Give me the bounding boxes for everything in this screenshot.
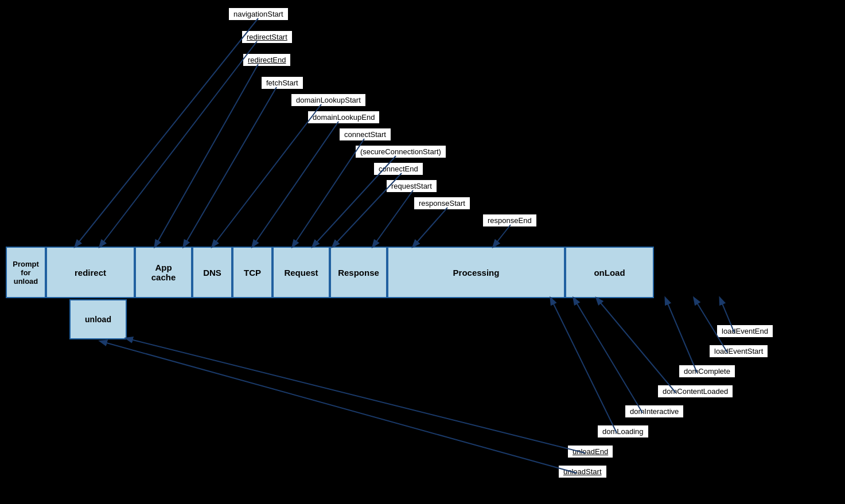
arrow-dominteractive <box>574 298 642 413</box>
label-domloading: domLoading <box>597 424 649 439</box>
arrow-requeststart <box>373 190 413 247</box>
unload-box: unload <box>69 299 127 339</box>
phase-onload: onLoad <box>565 247 654 298</box>
arrow-unloadstart <box>100 341 577 473</box>
phase-processing: Processing <box>387 247 565 298</box>
label-domainlookupstart: domainLookupStart <box>290 93 367 107</box>
phase-appcache: Appcache <box>135 247 192 298</box>
arrow-responseend <box>493 225 511 247</box>
arrow-fetchstart <box>184 87 277 247</box>
phase-response: Response <box>330 247 387 298</box>
label-connectend: connectEnd <box>373 162 424 176</box>
arrow-domainlookupstart <box>212 104 321 247</box>
label-dominteractive: domInteractive <box>624 404 684 419</box>
timeline-row: Promptforunload redirect Appcache DNS TC… <box>6 247 654 298</box>
phase-redirect: redirect <box>46 247 135 298</box>
arrow-navigationstart <box>75 18 258 247</box>
phase-request: Request <box>272 247 330 298</box>
label-responsestart: responseStart <box>413 196 471 210</box>
label-redirectend: redirectEnd <box>242 53 291 67</box>
label-loadeventstart: loadEventStart <box>708 344 769 358</box>
label-redirectstart: redirectStart <box>241 30 293 44</box>
arrow-responsestart <box>413 208 447 247</box>
arrow-redirectstart <box>100 41 257 247</box>
label-secureconnectionstart: (secureConnectionStart) <box>355 144 447 159</box>
phase-dns: DNS <box>192 247 232 298</box>
label-navigationstart: navigationStart <box>228 7 289 21</box>
arrow-unloadend <box>126 338 585 453</box>
phase-tcp: TCP <box>232 247 272 298</box>
label-fetchstart: fetchStart <box>260 76 304 90</box>
arrow-domloading <box>551 298 617 433</box>
arrow-domcomplete <box>665 298 697 373</box>
label-connectstart: connectStart <box>338 127 392 142</box>
arrow-connectstart <box>293 139 364 247</box>
arrow-domainlookupend <box>252 122 338 247</box>
label-loadeventend: loadEventEnd <box>716 324 774 338</box>
label-domcontentloaded: domContentLoaded <box>657 384 734 398</box>
arrow-redirectend <box>155 64 258 247</box>
label-domainlookupend: domainLookupEnd <box>307 110 380 124</box>
label-unloadstart: unloadStart <box>558 464 608 479</box>
label-responseend: responseEnd <box>482 213 538 228</box>
label-domcomplete: domComplete <box>678 364 736 378</box>
label-requeststart: requestStart <box>385 179 438 193</box>
phase-prompt: Promptforunload <box>6 247 46 298</box>
diagram-container: Promptforunload redirect Appcache DNS TC… <box>0 0 845 504</box>
label-unloadend: unloadEnd <box>567 444 614 459</box>
arrow-domcontentloaded <box>597 298 676 393</box>
